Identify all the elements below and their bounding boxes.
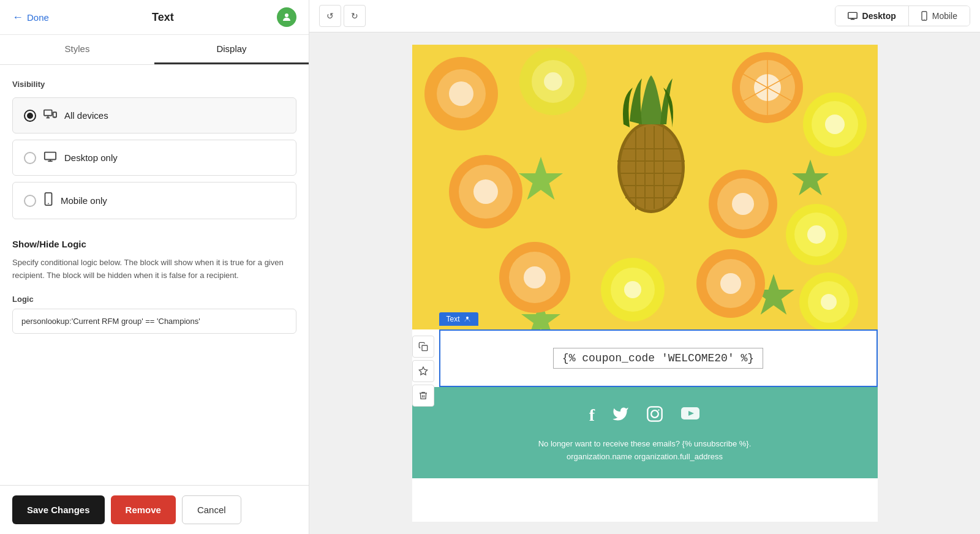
redo-button[interactable]: ↻	[344, 5, 366, 27]
panel-title: Text	[152, 11, 174, 24]
desktop-view-button[interactable]: Desktop	[835, 6, 909, 26]
svg-point-65	[651, 410, 658, 418]
svg-point-48	[807, 225, 826, 244]
mobile-only-label: Mobile only	[61, 195, 107, 206]
mobile-only-option[interactable]: Mobile only	[12, 182, 296, 219]
view-toggle: Desktop Mobile	[835, 6, 970, 26]
tab-styles[interactable]: Styles	[0, 35, 154, 64]
fruit-illustration	[412, 45, 878, 329]
svg-rect-2	[53, 112, 57, 117]
avatar	[277, 7, 296, 27]
favorite-block-button[interactable]	[412, 360, 434, 382]
fruit-image-block	[412, 45, 878, 329]
svg-rect-61	[422, 345, 428, 351]
floating-tools	[412, 336, 434, 407]
canvas-area[interactable]: Text {% coupon_code 'WELCOME20' %} f	[309, 32, 980, 534]
svg-marker-62	[419, 367, 427, 375]
svg-point-12	[449, 81, 473, 106]
social-footer: f No longer want to receive these emails…	[412, 387, 878, 478]
svg-point-38	[473, 179, 498, 204]
mobile-view-button[interactable]: Mobile	[909, 6, 970, 26]
svg-point-45	[732, 193, 754, 215]
coupon-code-text: {% coupon_code 'WELCOME20' %}	[553, 348, 763, 369]
instagram-icon[interactable]	[646, 405, 663, 427]
remove-button[interactable]: Remove	[111, 495, 176, 524]
logic-section: Show/Hide Logic Specify conditional logi…	[12, 239, 296, 334]
desktop-only-option[interactable]: Desktop only	[12, 140, 296, 176]
svg-point-54	[624, 281, 641, 298]
top-bar: ← Done Text	[0, 0, 309, 35]
svg-point-8	[924, 19, 924, 20]
done-link[interactable]: ← Done	[12, 11, 49, 24]
desktop-view-icon	[848, 12, 858, 20]
svg-point-51	[524, 266, 546, 288]
email-canvas: Text {% coupon_code 'WELCOME20' %} f	[412, 45, 878, 522]
svg-point-5	[48, 203, 49, 204]
text-block-wrapper: Text {% coupon_code 'WELCOME20' %}	[439, 329, 878, 387]
svg-point-66	[658, 409, 659, 410]
all-devices-label: All devices	[64, 110, 108, 121]
undo-button[interactable]: ↺	[319, 5, 341, 27]
tabs: Styles Display	[0, 35, 309, 65]
svg-rect-3	[45, 152, 56, 160]
text-block-person-icon	[464, 315, 471, 323]
delete-block-button[interactable]	[412, 385, 434, 407]
mobile-icon	[43, 192, 53, 209]
social-icons: f	[424, 405, 865, 427]
visibility-section: Visibility All devices	[12, 80, 296, 219]
text-block-label-text: Text	[447, 315, 460, 323]
left-panel: ← Done Text Styles Display Visibility	[0, 0, 309, 534]
cancel-button[interactable]: Cancel	[182, 495, 241, 524]
footer-unsubscribe-text: No longer want to receive these emails? …	[424, 438, 865, 464]
youtube-icon[interactable]	[680, 405, 700, 427]
save-changes-button[interactable]: Save Changes	[12, 495, 105, 524]
tab-display[interactable]: Display	[154, 35, 309, 64]
svg-rect-1	[44, 110, 52, 116]
back-arrow-icon: ←	[12, 11, 23, 24]
visibility-label: Visibility	[12, 80, 296, 89]
copy-block-button[interactable]	[412, 336, 434, 358]
panel-content: Visibility All devices	[0, 65, 309, 485]
svg-point-35	[825, 115, 845, 134]
facebook-icon[interactable]: f	[589, 405, 595, 427]
svg-point-15	[544, 72, 562, 91]
desktop-view-label: Desktop	[862, 11, 896, 21]
editor-toolbar: ↺ ↻ Desktop Mobile	[309, 0, 980, 32]
svg-point-0	[285, 13, 288, 17]
desktop-icon	[43, 150, 57, 165]
svg-point-57	[720, 273, 741, 294]
text-block-label-tab: Text	[439, 312, 478, 326]
logic-description: Specify conditional logic below. The blo…	[12, 257, 296, 282]
mobile-view-label: Mobile	[932, 11, 957, 21]
desktop-only-radio	[24, 152, 36, 164]
mobile-only-radio	[24, 195, 36, 207]
show-hide-title: Show/Hide Logic	[12, 239, 296, 249]
done-label: Done	[27, 12, 49, 23]
mobile-view-icon	[921, 11, 927, 21]
right-panel: ↺ ↻ Desktop Mobile	[309, 0, 980, 534]
all-devices-radio	[24, 110, 36, 122]
bottom-bar: Save Changes Remove Cancel	[0, 485, 309, 534]
text-block[interactable]: {% coupon_code 'WELCOME20' %}	[439, 329, 878, 387]
twitter-icon[interactable]	[612, 405, 629, 427]
all-devices-option[interactable]: All devices	[12, 97, 296, 134]
svg-point-60	[821, 294, 837, 310]
logic-label: Logic	[12, 295, 296, 304]
svg-point-63	[466, 317, 469, 319]
logic-input[interactable]	[12, 309, 296, 334]
all-devices-icon	[43, 108, 57, 123]
svg-rect-6	[848, 12, 856, 18]
svg-rect-64	[647, 407, 662, 421]
desktop-only-label: Desktop only	[64, 152, 118, 163]
